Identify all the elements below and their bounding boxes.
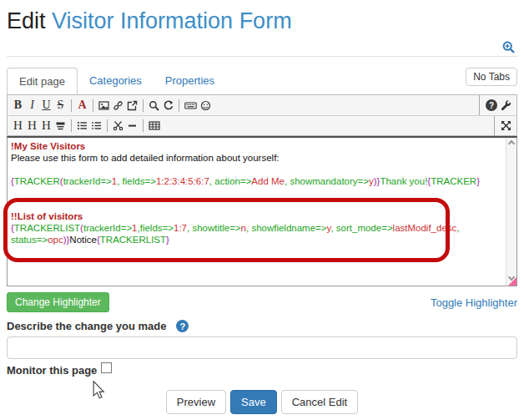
editor-line: !My Site Visitors xyxy=(11,140,502,152)
cut-icon[interactable] xyxy=(111,118,125,134)
tab-bar: Edit page Categories Properties No Tabs xyxy=(7,68,517,94)
page-title: Edit Visitor Information Form xyxy=(7,8,517,34)
horizontal-rule-icon[interactable] xyxy=(125,118,139,134)
unordered-list-icon[interactable] xyxy=(75,118,89,134)
link-icon[interactable] xyxy=(111,97,125,114)
toolbar-right-group-2 xyxy=(494,116,513,136)
page-title-name: Visitor Information Form xyxy=(52,8,292,33)
editor-toolbar: B I U S A xyxy=(7,94,517,136)
describe-label: Describe the change you made xyxy=(7,320,166,332)
toolbar-separator xyxy=(143,119,144,132)
save-button[interactable]: Save xyxy=(230,390,277,414)
monitor-checkbox[interactable] xyxy=(101,362,112,373)
italic-button[interactable]: I xyxy=(25,97,39,114)
heading1-button[interactable]: H xyxy=(11,118,25,134)
editor-content[interactable]: !My Site VisitorsPlease use this form to… xyxy=(8,138,506,286)
question-circle-icon[interactable]: ? xyxy=(176,320,189,332)
external-link-icon[interactable] xyxy=(125,97,139,114)
change-highlighter-button[interactable]: Change Highlighter xyxy=(7,292,109,312)
highlighter-row: Change Highlighter Toggle Highlighter xyxy=(7,292,517,312)
bold-button[interactable]: B xyxy=(11,97,25,114)
heading2-button[interactable]: H xyxy=(25,118,39,134)
ordered-list-icon[interactable] xyxy=(89,118,103,134)
editor-line: {TRACKERLIST(trackerId=>1,fields=>1:7, s… xyxy=(11,222,502,234)
page-header: Edit Visitor Information Form xyxy=(7,0,517,57)
heading3-button[interactable]: H xyxy=(39,118,53,134)
image-icon[interactable] xyxy=(97,97,111,114)
fullscreen-icon[interactable] xyxy=(499,118,513,134)
editor-line xyxy=(11,187,502,199)
tab-properties[interactable]: Properties xyxy=(154,68,226,94)
toolbar-separator xyxy=(179,99,179,112)
underline-button[interactable]: U xyxy=(39,97,53,114)
edit-page: Edit Visitor Information Form Edit page … xyxy=(0,0,524,420)
describe-row: Describe the change you made ? xyxy=(7,320,517,332)
font-color-button[interactable]: A xyxy=(75,97,89,114)
page-title-action: Edit xyxy=(7,8,52,33)
strikethrough-button[interactable]: S xyxy=(53,97,68,114)
monitor-row: Monitor this page xyxy=(7,364,517,377)
preview-button[interactable]: Preview xyxy=(166,390,226,414)
smiley-icon[interactable] xyxy=(199,97,213,114)
editor-line xyxy=(11,199,502,210)
editor-line: Please use this form to add detailed inf… xyxy=(11,152,502,164)
wrench-icon[interactable] xyxy=(499,97,513,114)
toolbar-row-1: B I U S A xyxy=(8,95,516,115)
keyboard-icon[interactable] xyxy=(183,97,199,114)
editor-line: !!List of visitors xyxy=(11,210,502,222)
toolbar-separator xyxy=(107,119,108,132)
no-tabs-button[interactable]: No Tabs xyxy=(466,68,517,86)
tab-edit-page[interactable]: Edit page xyxy=(7,68,78,94)
toolbar-separator xyxy=(93,99,93,112)
redo-icon[interactable] xyxy=(161,97,175,114)
footer-actions: Preview Save Cancel Edit xyxy=(7,390,517,414)
zoom-icon[interactable] xyxy=(502,41,516,54)
tab-categories[interactable]: Categories xyxy=(78,68,154,94)
cancel-edit-button[interactable]: Cancel Edit xyxy=(281,390,358,414)
editor-line xyxy=(11,164,502,175)
toggle-highlighter-link[interactable]: Toggle Highlighter xyxy=(431,296,517,309)
toolbar-separator xyxy=(143,99,144,112)
help-icon[interactable]: ? xyxy=(484,97,499,114)
editor-scrollbar[interactable] xyxy=(506,138,516,286)
scroll-up-icon[interactable] xyxy=(509,141,515,147)
toolbar-separator xyxy=(71,99,72,112)
edit-comment-input[interactable] xyxy=(7,337,517,359)
search-icon[interactable] xyxy=(147,97,161,114)
table-icon[interactable] xyxy=(147,118,162,134)
toolbar-row-2: H H H xyxy=(8,115,516,135)
editor-line: {TRACKER(trackerId=>1, fields=>1:2:3:4:5… xyxy=(11,175,502,187)
resize-handle[interactable] xyxy=(508,277,516,286)
wiki-editor-textarea[interactable]: !My Site VisitorsPlease use this form to… xyxy=(7,136,517,286)
monitor-label: Monitor this page xyxy=(7,364,97,377)
editor-line: status=>opc)}Notice{TRACKERLIST} xyxy=(11,234,502,245)
title-bar-icon[interactable] xyxy=(53,118,68,134)
toolbar-separator xyxy=(71,119,72,132)
toolbar-right-group-1: ? xyxy=(479,95,513,115)
